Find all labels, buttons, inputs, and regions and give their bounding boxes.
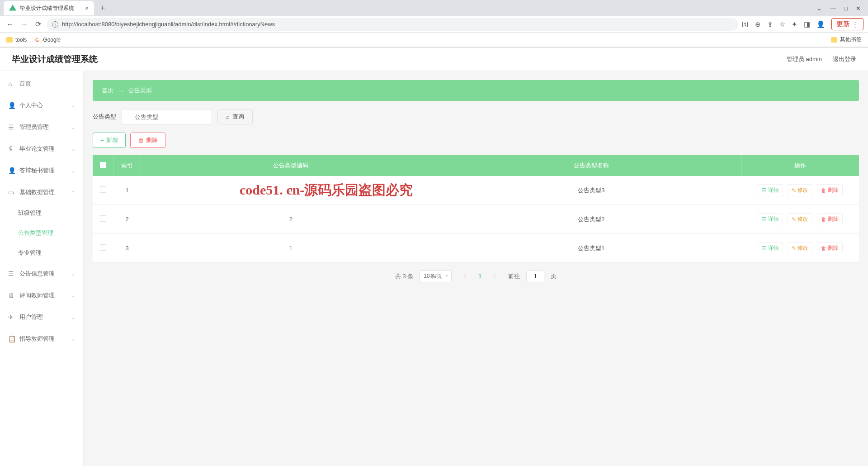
breadcrumb: 首页 → 公告类型 (93, 80, 859, 101)
key-icon[interactable]: ⚿ (742, 20, 749, 28)
url-input[interactable]: i http://localhost:8080/biyeshejichengji… (47, 18, 738, 31)
menu-label: 首页 (19, 80, 75, 88)
browser-chrome: 毕业设计成绩管理系统 × + ⌄ — □ ✕ ← → ⟳ i http://lo… (0, 0, 868, 48)
chevron-down-icon: ⌄ (71, 103, 75, 108)
cell-index: 3 (113, 234, 141, 263)
chevron-down-icon[interactable]: ⌄ (817, 5, 822, 12)
app-body: ⌂ 首页 👤 个人中心 ⌄☰ 管理员管理 ⌄🎙 毕业论文管理 ⌄👤 答辩秘书管理… (0, 71, 868, 466)
sidebar-item[interactable]: ▭ 基础数据管理 ⌃ (0, 181, 83, 203)
table-row: 2 2 公告类型2 ☰ 详情 ✎ 修改 🗑 删除 (93, 205, 859, 234)
chevron-down-icon: ⌄ (71, 315, 75, 320)
sidepanel-icon[interactable]: ◨ (804, 20, 810, 29)
sidebar-item[interactable]: ⌂ 首页 (0, 73, 83, 95)
edit-button[interactable]: ✎ 修改 (788, 184, 812, 196)
menu-icon: ⌂ (8, 80, 15, 87)
row-delete-button[interactable]: 🗑 删除 (817, 184, 843, 196)
maximize-icon[interactable]: □ (844, 5, 848, 12)
next-page-button[interactable]: 〉 (491, 272, 502, 281)
menu-label: 个人中心 (19, 101, 67, 109)
row-delete-button[interactable]: 🗑 删除 (817, 242, 843, 254)
menu-icon: ✈ (8, 314, 15, 321)
sidebar-item[interactable]: 🖥 评阅教师管理 ⌄ (0, 285, 83, 306)
sidebar-item[interactable]: 👤 答辩秘书管理 ⌄ (0, 160, 83, 181)
folder-icon (831, 37, 837, 43)
chevron-down-icon: ⌄ (71, 337, 75, 342)
row-checkbox[interactable] (100, 244, 106, 251)
update-button[interactable]: 更新 ⋮ (831, 18, 863, 30)
cell-code: 2 (141, 205, 441, 234)
bookmark-star-icon[interactable]: ☆ (779, 20, 785, 29)
cell-index: 1 (113, 176, 141, 205)
th-index: 索引 (113, 155, 141, 176)
menu-icon: 👤 (8, 102, 15, 109)
profile-icon[interactable]: 👤 (816, 20, 825, 29)
menu-icon: 👤 (8, 167, 15, 174)
bookmark-tools[interactable]: tools (6, 37, 27, 43)
list-icon: ☰ (762, 245, 767, 252)
google-icon (34, 37, 40, 43)
extensions-icon[interactable]: ✦ (792, 20, 797, 29)
sidebar-item[interactable]: 📋 指导教师管理 ⌄ (0, 328, 83, 350)
row-delete-button[interactable]: 🗑 删除 (817, 213, 843, 225)
close-window-icon[interactable]: ✕ (856, 5, 861, 12)
view-button[interactable]: ☰ 详情 (758, 242, 783, 254)
sidebar-item[interactable]: ☰ 公告信息管理 ⌄ (0, 263, 83, 285)
new-tab-button[interactable]: + (98, 4, 108, 13)
row-checkbox[interactable] (100, 186, 106, 193)
close-tab-icon[interactable]: × (85, 5, 89, 12)
reload-button[interactable]: ⟳ (33, 20, 43, 29)
page-number[interactable]: 1 (476, 273, 484, 280)
goto-input[interactable] (526, 271, 544, 282)
search-input[interactable] (122, 109, 212, 124)
th-checkbox (93, 155, 113, 176)
url-text: http://localhost:8080/biyeshejichengjigu… (62, 21, 275, 28)
browser-tab[interactable]: 毕业设计成绩管理系统 × (4, 1, 94, 15)
trash-icon: 🗑 (138, 137, 144, 144)
view-button[interactable]: ☰ 详情 (758, 213, 783, 225)
zoom-icon[interactable]: ⊕ (755, 20, 761, 29)
delete-button[interactable]: 🗑 删除 (130, 133, 165, 148)
edit-button[interactable]: ✎ 修改 (788, 242, 812, 254)
row-checkbox[interactable] (100, 215, 106, 222)
app-header: 毕业设计成绩管理系统 管理员 admin 退出登录 (0, 48, 868, 71)
view-button[interactable]: ☰ 详情 (758, 184, 783, 196)
main-content: 首页 → 公告类型 公告类型 ⌕ 查询 + 新增 🗑 删除 (84, 71, 868, 466)
logout-button[interactable]: 退出登录 (833, 55, 856, 63)
select-all-checkbox[interactable] (100, 162, 106, 168)
table-row: 1 3 公告类型3 ☰ 详情 ✎ 修改 🗑 删除 (93, 176, 859, 205)
menu-label: 评阅教师管理 (19, 291, 67, 300)
th-code: 公告类型编码 (141, 155, 441, 176)
add-button[interactable]: + 新增 (93, 133, 126, 148)
back-button[interactable]: ← (5, 20, 15, 29)
forward-button[interactable]: → (19, 20, 30, 29)
trash-icon: 🗑 (821, 245, 826, 252)
site-info-icon[interactable]: i (52, 21, 58, 28)
sidebar-item[interactable]: ☰ 管理员管理 ⌄ (0, 116, 83, 138)
edit-button[interactable]: ✎ 修改 (788, 213, 812, 225)
search-button[interactable]: ⌕ 查询 (217, 109, 253, 124)
sidebar-item[interactable]: 🎙 毕业论文管理 ⌄ (0, 138, 83, 160)
th-ops: 操作 (741, 155, 859, 176)
sidebar-subitem[interactable]: 公告类型管理 (0, 223, 83, 243)
menu-label: 指导教师管理 (19, 335, 67, 343)
minimize-icon[interactable]: — (830, 5, 836, 12)
sidebar-subitem[interactable]: 专业管理 (0, 243, 83, 263)
page-size-select[interactable]: 10条/页 (420, 270, 452, 282)
bookmark-google[interactable]: Google (34, 37, 61, 43)
breadcrumb-home[interactable]: 首页 (102, 86, 113, 95)
menu-label: 公告信息管理 (19, 270, 67, 278)
menu-label: 用户管理 (19, 313, 67, 321)
sidebar-subitem[interactable]: 班级管理 (0, 203, 83, 223)
sidebar-item[interactable]: ✈ 用户管理 ⌄ (0, 306, 83, 328)
header-user[interactable]: 管理员 admin (787, 55, 822, 63)
sidebar-item[interactable]: 👤 个人中心 ⌄ (0, 95, 83, 116)
prev-page-button[interactable]: 〈 (458, 272, 469, 281)
cell-ops: ☰ 详情 ✎ 修改 🗑 删除 (741, 176, 859, 205)
share-icon[interactable]: ⇪ (767, 20, 773, 29)
bookmark-other[interactable]: 其他书签 (831, 36, 862, 43)
chevron-down-icon: ⌄ (71, 147, 75, 152)
address-bar: ← → ⟳ i http://localhost:8080/biyeshejic… (0, 16, 868, 33)
chevron-up-icon: ⌃ (71, 190, 75, 195)
pencil-icon: ✎ (792, 216, 796, 223)
cell-name: 公告类型1 (441, 234, 742, 263)
